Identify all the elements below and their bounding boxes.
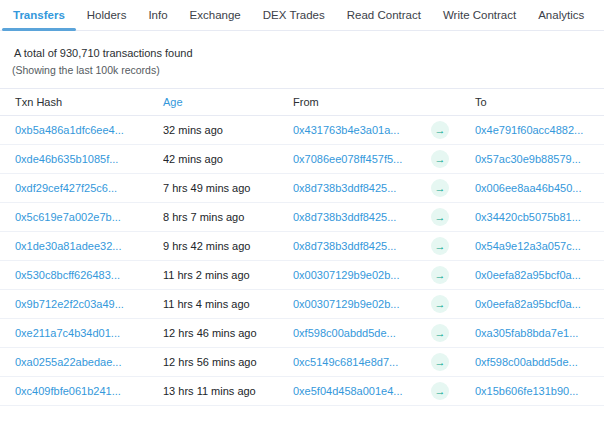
age-cell: 12 hrs 46 mins ago — [163, 319, 293, 348]
tab-exchange[interactable]: Exchange — [179, 0, 252, 30]
txn-hash-link[interactable]: 0x530c8bcff626483... — [15, 269, 120, 281]
from-address-cell: 0x7086ee078ff457f5... — [293, 145, 425, 174]
to-address-cell: 0x15b606fe131b90... — [455, 377, 604, 406]
tab-info[interactable]: Info — [137, 0, 178, 30]
tab-read-contract[interactable]: Read Contract — [336, 0, 432, 30]
summary-block: A total of 930,710 transactions found (S… — [0, 31, 604, 76]
txn-hash-link[interactable]: 0xa0255a22abedae... — [15, 356, 121, 368]
to-address-cell: 0x57ac30e9b88579... — [455, 145, 604, 174]
arrow-right-icon: → — [431, 382, 449, 400]
from-address-cell: 0x00307129b9e02b... — [293, 261, 425, 290]
table-row: 0xc409fbfe061b241...13 hrs 11 mins ago0x… — [0, 377, 604, 406]
direction-cell: → — [425, 203, 455, 232]
txn-hash-link[interactable]: 0x1de30a81adee32... — [15, 240, 121, 252]
age-sort-link[interactable]: Age — [163, 96, 183, 108]
to-address-link[interactable]: 0x0eefa82a95bcf0a... — [475, 298, 581, 310]
arrow-right-icon: → — [431, 266, 449, 284]
total-transactions-text: A total of 930,710 transactions found — [12, 47, 604, 59]
tab-bar: TransfersHoldersInfoExchangeDEX TradesRe… — [0, 0, 604, 31]
from-address-cell: 0x8d738b3ddf8425... — [293, 174, 425, 203]
to-address-link[interactable]: 0xa305fab8bda7e1... — [475, 327, 578, 339]
direction-cell: → — [425, 319, 455, 348]
txn-hash-cell: 0xde46b635b1085f... — [0, 145, 163, 174]
from-address-link[interactable]: 0x7086ee078ff457f5... — [293, 153, 402, 165]
txn-hash-link[interactable]: 0x9b712e2f2c03a49... — [15, 298, 124, 310]
table-header-row: Txn Hash Age From To — [0, 89, 604, 116]
column-header-age: Age — [163, 89, 293, 116]
table-row: 0xdf29cef427f25c6...7 hrs 49 mins ago0x8… — [0, 174, 604, 203]
from-address-cell: 0x00307129b9e02b... — [293, 290, 425, 319]
tab-dex-trades[interactable]: DEX Trades — [252, 0, 336, 30]
direction-cell: → — [425, 232, 455, 261]
table-row: 0xe211a7c4b34d01...12 hrs 46 mins ago0xf… — [0, 319, 604, 348]
to-address-cell: 0x34420cb5075b81... — [455, 203, 604, 232]
transfers-table: Txn Hash Age From To 0xb5a486a1dfc6ee4..… — [0, 88, 604, 406]
age-cell: 13 hrs 11 mins ago — [163, 377, 293, 406]
to-address-link[interactable]: 0xf598c00abdd5de... — [475, 356, 578, 368]
to-address-cell: 0x006ee8aa46b450... — [455, 174, 604, 203]
txn-hash-link[interactable]: 0xe211a7c4b34d01... — [15, 327, 120, 339]
direction-cell: → — [425, 377, 455, 406]
txn-hash-link[interactable]: 0xde46b635b1085f... — [15, 153, 118, 165]
txn-hash-cell: 0x5c619e7a002e7b... — [0, 203, 163, 232]
direction-cell: → — [425, 348, 455, 377]
to-address-link[interactable]: 0x54a9e12a3a057c... — [475, 240, 581, 252]
from-address-link[interactable]: 0x8d738b3ddf8425... — [293, 182, 396, 194]
txn-hash-cell: 0x9b712e2f2c03a49... — [0, 290, 163, 319]
direction-cell: → — [425, 116, 455, 145]
to-address-link[interactable]: 0x4e791f60acc4882... — [475, 124, 583, 136]
from-address-link[interactable]: 0xc5149c6814e8d7... — [293, 356, 398, 368]
from-address-link[interactable]: 0x431763b4e3a01a... — [293, 124, 399, 136]
from-address-link[interactable]: 0xe5f04d458a001e4... — [293, 385, 403, 397]
table-row: 0x530c8bcff626483...11 hrs 2 mins ago0x0… — [0, 261, 604, 290]
to-address-cell: 0xa305fab8bda7e1... — [455, 319, 604, 348]
age-cell: 9 hrs 42 mins ago — [163, 232, 293, 261]
txn-hash-cell: 0xa0255a22abedae... — [0, 348, 163, 377]
arrow-right-icon: → — [431, 295, 449, 313]
to-address-cell: 0x4e791f60acc4882... — [455, 116, 604, 145]
txn-hash-link[interactable]: 0xc409fbfe061b241... — [15, 385, 121, 397]
table-row: 0xa0255a22abedae...12 hrs 56 mins ago0xc… — [0, 348, 604, 377]
direction-cell: → — [425, 290, 455, 319]
arrow-right-icon: → — [431, 237, 449, 255]
txn-hash-cell: 0xdf29cef427f25c6... — [0, 174, 163, 203]
table-row: 0xde46b635b1085f...42 mins ago0x7086ee07… — [0, 145, 604, 174]
tab-write-contract[interactable]: Write Contract — [432, 0, 527, 30]
arrow-right-icon: → — [431, 324, 449, 342]
from-address-cell: 0xf598c00abdd5de... — [293, 319, 425, 348]
txn-hash-cell: 0xc409fbfe061b241... — [0, 377, 163, 406]
from-address-link[interactable]: 0xf598c00abdd5de... — [293, 327, 396, 339]
txn-hash-cell: 0xe211a7c4b34d01... — [0, 319, 163, 348]
age-cell: 12 hrs 56 mins ago — [163, 348, 293, 377]
to-address-cell: 0x54a9e12a3a057c... — [455, 232, 604, 261]
from-address-cell: 0x431763b4e3a01a... — [293, 116, 425, 145]
to-address-link[interactable]: 0x34420cb5075b81... — [475, 211, 581, 223]
direction-cell: → — [425, 261, 455, 290]
column-header-to: To — [455, 89, 604, 116]
age-cell: 11 hrs 4 mins ago — [163, 290, 293, 319]
tab-transfers[interactable]: Transfers — [2, 0, 76, 30]
from-address-link[interactable]: 0x8d738b3ddf8425... — [293, 240, 396, 252]
direction-cell: → — [425, 174, 455, 203]
to-address-link[interactable]: 0x006ee8aa46b450... — [475, 182, 581, 194]
table-row: 0x1de30a81adee32...9 hrs 42 mins ago0x8d… — [0, 232, 604, 261]
age-cell: 11 hrs 2 mins ago — [163, 261, 293, 290]
arrow-right-icon: → — [431, 208, 449, 226]
arrow-right-icon: → — [431, 353, 449, 371]
table-body: 0xb5a486a1dfc6ee4...32 mins ago0x431763b… — [0, 116, 604, 406]
from-address-cell: 0xc5149c6814e8d7... — [293, 348, 425, 377]
txn-hash-link[interactable]: 0xdf29cef427f25c6... — [15, 182, 117, 194]
age-cell: 42 mins ago — [163, 145, 293, 174]
to-address-link[interactable]: 0x15b606fe131b90... — [475, 385, 578, 397]
tab-analytics[interactable]: Analytics — [527, 0, 595, 30]
from-address-link[interactable]: 0x8d738b3ddf8425... — [293, 211, 396, 223]
txn-hash-link[interactable]: 0xb5a486a1dfc6ee4... — [15, 124, 124, 136]
arrow-right-icon: → — [431, 150, 449, 168]
from-address-link[interactable]: 0x00307129b9e02b... — [293, 298, 399, 310]
from-address-link[interactable]: 0x00307129b9e02b... — [293, 269, 399, 281]
txn-hash-link[interactable]: 0x5c619e7a002e7b... — [15, 211, 121, 223]
tab-holders[interactable]: Holders — [76, 0, 138, 30]
txn-hash-cell: 0x1de30a81adee32... — [0, 232, 163, 261]
to-address-link[interactable]: 0x57ac30e9b88579... — [475, 153, 581, 165]
to-address-link[interactable]: 0x0eefa82a95bcf0a... — [475, 269, 581, 281]
